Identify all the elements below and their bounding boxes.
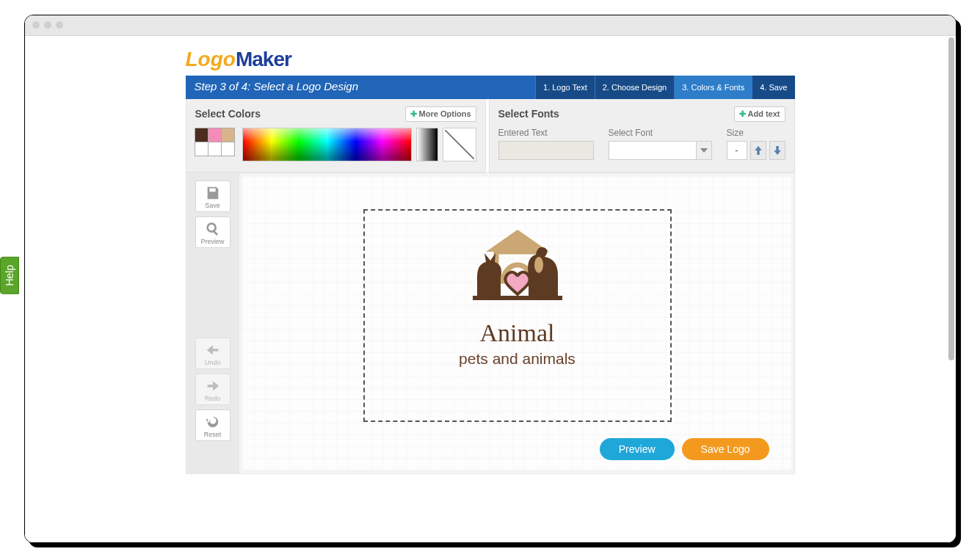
step-save[interactable]: 4. Save	[752, 76, 794, 99]
swatch-empty[interactable]	[195, 142, 208, 156]
font-select[interactable]	[609, 141, 697, 160]
save-tool[interactable]: Save	[195, 181, 231, 212]
brand-part-2: Maker	[236, 48, 291, 70]
add-text-button[interactable]: ✚Add text	[734, 106, 785, 122]
window-dot	[56, 21, 63, 29]
size-label: Size	[727, 128, 785, 138]
size-up-button[interactable]	[750, 141, 766, 160]
preview-tool[interactable]: Preview	[195, 216, 231, 248]
reset-tool[interactable]: Reset	[195, 409, 231, 441]
colors-panel: Select Colors ✚More Options	[186, 99, 486, 172]
no-color-swatch[interactable]	[443, 128, 476, 161]
scrollbar[interactable]	[948, 37, 954, 360]
plus-icon: ✚	[739, 109, 746, 118]
save-icon	[205, 185, 221, 201]
arrow-right-icon	[205, 378, 221, 394]
brand-logo: LogoMaker	[186, 40, 795, 76]
step-title: Step 3 of 4: Select a Logo Design	[186, 76, 536, 99]
swatch[interactable]	[208, 128, 222, 142]
logo-line-1[interactable]: Animal	[365, 319, 670, 347]
select-font-label: Select Font	[609, 128, 712, 138]
plus-icon: ✚	[410, 109, 417, 118]
help-tab[interactable]: Help	[0, 257, 19, 294]
brand-part-1: Logo	[186, 48, 236, 70]
entered-text-input[interactable]	[498, 141, 594, 160]
titlebar	[25, 15, 956, 36]
more-options-button[interactable]: ✚More Options	[405, 106, 476, 122]
size-down-button[interactable]	[769, 141, 785, 160]
size-value: -	[727, 141, 747, 160]
logo-line-2[interactable]: pets and animals	[365, 350, 670, 368]
entered-text-label: Entered Text	[498, 128, 594, 138]
canvas[interactable]: Animal pets and animals Preview Save Log…	[242, 176, 791, 470]
window-dot	[44, 21, 51, 29]
viewport: LogoMaker Step 3 of 4: Select a Logo Des…	[25, 36, 956, 542]
step-colors-fonts[interactable]: 3. Colors & Fonts	[674, 76, 752, 99]
step-bar: Step 3 of 4: Select a Logo Design 1. Log…	[186, 76, 795, 99]
chevron-down-icon	[700, 148, 708, 153]
step-choose-design[interactable]: 2. Choose Design	[595, 76, 674, 99]
arrow-up-icon	[754, 146, 763, 155]
reset-icon	[205, 414, 221, 430]
redo-tool[interactable]: Redo	[195, 374, 231, 405]
swatch[interactable]	[221, 128, 235, 142]
font-select-arrow[interactable]	[696, 141, 712, 160]
fonts-panel: Select Fonts ✚Add text Entered Text Sele…	[489, 99, 795, 172]
undo-tool[interactable]: Undo	[195, 338, 231, 369]
swatch-empty[interactable]	[221, 142, 235, 156]
colors-panel-title: Select Colors	[195, 108, 261, 120]
workspace: Save Preview Undo Redo	[186, 173, 795, 474]
browser-window: LogoMaker Step 3 of 4: Select a Logo Des…	[24, 15, 957, 543]
pets-logo-icon	[455, 224, 580, 312]
svg-rect-1	[212, 230, 217, 235]
svg-rect-4	[473, 296, 562, 300]
preview-button[interactable]: Preview	[600, 438, 675, 460]
color-spectrum[interactable]	[242, 128, 412, 161]
svg-point-3	[534, 257, 543, 273]
window-dot	[32, 21, 40, 29]
search-icon	[205, 221, 221, 237]
arrow-down-icon	[773, 146, 782, 155]
swatch-empty[interactable]	[208, 142, 222, 156]
fonts-panel-title: Select Fonts	[498, 108, 559, 120]
arrow-left-icon	[205, 342, 221, 358]
grayscale-gradient[interactable]	[416, 128, 438, 161]
step-logo-text[interactable]: 1. Logo Text	[535, 76, 595, 99]
swatch[interactable]	[195, 128, 208, 142]
save-logo-button[interactable]: Save Logo	[682, 438, 769, 460]
selected-swatches[interactable]	[195, 128, 238, 156]
tool-column: Save Preview Undo Redo	[186, 173, 239, 473]
bottom-actions: Preview Save Logo	[600, 438, 769, 460]
artboard[interactable]: Animal pets and animals	[363, 209, 672, 422]
logo-artwork[interactable]: Animal pets and animals	[365, 224, 670, 368]
